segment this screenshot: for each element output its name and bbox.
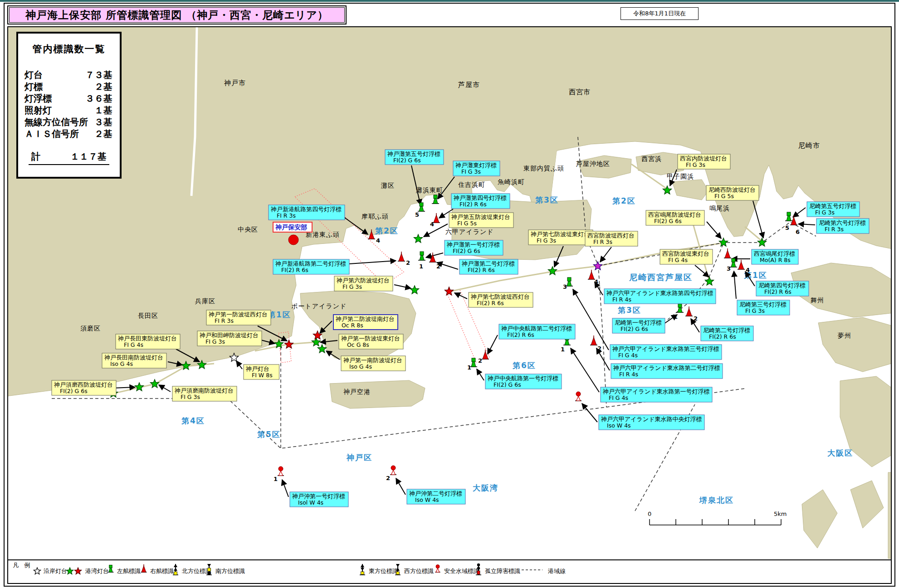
aid-name: 神戸第六防波堤灯台 — [336, 277, 390, 284]
buoy-number: 2 — [406, 259, 410, 266]
buoy-label-box: 尼崎第三号灯浮標FI G 3s — [737, 300, 790, 315]
lighthouse-label-box: 神戸第一南防波堤灯台Iso G 4s — [341, 356, 406, 371]
page-title: 神戸海上保安部 所管標識管理図 （神戸・西宮・尼崎エリア） — [9, 7, 345, 23]
starboard-lateral-buoy-icon — [724, 248, 731, 258]
safe-water-buoy-icon — [390, 466, 396, 475]
buoy-label-box: 神戸中央航路第二号灯浮標FI(2) R 6s — [499, 324, 575, 339]
lighthouse-label-box: 神戸第七防波堤東灯台FI G 3s — [528, 230, 593, 245]
aid-characteristic: FI R 3s — [593, 238, 612, 245]
aid-name: 尼崎第三号灯浮標 — [739, 301, 787, 308]
starboard-lateral-buoy-icon — [685, 306, 693, 316]
aid-name: 神戸中央航路第一号灯浮標 — [487, 375, 558, 382]
zone-label: 第6区 — [512, 361, 536, 370]
lighthouse-label-box: 西宮防波堤東灯台FI G 4s — [660, 249, 713, 264]
green-star-light-icon — [151, 379, 159, 388]
stats-box: 管内標識数一覧 灯台７３基灯標２基灯浮標３６基照射灯１基無線方位信号所３基ＡＩＳ… — [16, 32, 122, 179]
zone-label: 大阪湾 — [473, 483, 498, 492]
aid-characteristic: FI G 3s — [537, 237, 556, 244]
stats-row-value: ３６基 — [85, 92, 112, 104]
leader-arrow — [159, 385, 171, 392]
lighthouse-label-box: 神戸第一防波堤西灯台FI R 3s — [206, 310, 271, 325]
aid-name: 尼崎第二号灯浮標 — [703, 327, 750, 334]
aid-name: 神戸第一防波堤西灯台 — [208, 311, 268, 318]
buoy-number: 4 — [594, 278, 598, 285]
buoy-number: 1 — [674, 313, 678, 320]
stats-row: 照射灯１基 — [24, 104, 112, 116]
place-label: 尼崎市 — [798, 141, 820, 150]
place-label: ポートアイランド — [291, 302, 347, 310]
aid-characteristic: FI R 4s — [619, 371, 638, 378]
land-polygon — [850, 481, 884, 528]
buoy-label-box: 神戸六甲アイランド東水路第二号灯浮標FI R 4s — [611, 364, 723, 379]
port-lateral-buoy-icon — [432, 195, 439, 204]
aid-name: 神戸灘東灯浮標 — [455, 162, 497, 169]
date-note: 令和8年1月1日現在 — [621, 7, 699, 20]
aid-name: 西宮鳴尾灯浮標 — [754, 250, 795, 257]
aid-name: 神戸六甲アイランド東水路第四号灯浮標 — [606, 290, 713, 296]
aid-name: 西宮防波堤東灯台 — [662, 250, 709, 257]
buoy-label-box: 神戸六甲アイランド東水路第一号灯浮標FI G 4s — [601, 387, 712, 402]
leader-arrow — [793, 208, 806, 217]
legend-strip: 凡 例 沿岸灯台港湾灯台左舷標識右舷標識北方位標識南方位標識東方位標識西方位標識… — [7, 560, 892, 584]
aid-name: 神戸第二防波堤南灯台 — [335, 316, 395, 322]
lighthouse-label-box: 西宮防波堤西灯台FI R 3s — [585, 231, 638, 246]
zone-label: 第5区 — [257, 430, 281, 439]
leader-arrow — [600, 247, 611, 262]
buoy-number: 4 — [376, 237, 380, 244]
window-top-edge — [0, 0, 899, 2]
place-label: 芦屋沖地区 — [576, 160, 610, 167]
place-label: 芦屋市 — [458, 81, 480, 89]
buoy-label-box: 神戸沖第一号灯浮標Isol W 4s — [290, 492, 348, 507]
leader-arrow — [426, 253, 443, 258]
land-polygon — [818, 317, 891, 372]
buoy-number: 5 — [785, 224, 789, 231]
stats-row: 灯浮標３６基 — [24, 92, 112, 104]
aid-name: 神戸須磨西防波堤灯台 — [54, 381, 113, 388]
zone-label: 第2区 — [612, 196, 636, 205]
aid-characteristic: FI(2) G 6s — [393, 157, 421, 164]
aid-characteristic: FI(2) G 6s — [621, 326, 648, 332]
green-star-light-icon — [135, 383, 144, 391]
stats-row-label: 灯浮標 — [24, 92, 52, 104]
aid-name: 神戸六甲アイランド東水路第一号灯浮標 — [602, 388, 710, 395]
green-star-light-icon — [705, 277, 714, 285]
lighthouse-label-box: 神戸第七防波堤西灯台FI(2) R 6s — [469, 292, 533, 307]
leader-arrow — [734, 271, 736, 299]
aid-characteristic: FI G 3s — [815, 209, 835, 216]
zone-label: 第2区 — [375, 226, 399, 235]
stats-row-value: ２基 — [94, 128, 112, 140]
place-label: 灘浜東町 — [415, 186, 443, 194]
aid-name: 尼崎西防波堤灯台 — [708, 186, 756, 193]
aid-name: 神戸中央航路第二号灯浮標 — [501, 325, 572, 332]
port-lateral-buoy-icon — [418, 203, 425, 211]
stats-row-label: 灯標 — [24, 81, 43, 92]
zone-label: 尼崎西宮芦屋区 — [629, 272, 693, 282]
safe-water-buoy-icon — [575, 392, 581, 401]
aid-name: 神戸新港航路第二号灯浮標 — [275, 260, 346, 267]
aid-characteristic: FI(2) R 6s — [468, 267, 495, 273]
aid-characteristic: FI(2) G 6s — [60, 388, 88, 394]
stats-row-label: 無線方位信号所 — [24, 116, 88, 128]
aid-name: 神戸灯台 — [245, 365, 269, 372]
safe-water-buoy-icon — [278, 467, 284, 476]
zone-label: 神戸区 — [346, 453, 372, 462]
stats-row-value: １基 — [94, 104, 112, 116]
stats-total-value: １１７基 — [70, 151, 107, 163]
nautical-map: 第2区第3区第2区第1区第4区第5区第6区第3区第1区尼崎西宮芦屋区神戸区大阪湾… — [8, 27, 891, 559]
lighthouse-label-box: 神戸第六防波堤灯台FI G 3s — [334, 276, 393, 291]
aid-name: 神戸第一南防波堤灯台 — [343, 357, 402, 364]
red-star-light-icon — [445, 287, 454, 295]
starboard-lateral-buoy-icon — [738, 260, 745, 269]
place-label: 中央区 — [238, 226, 258, 233]
office-label: 神戸保安部 — [275, 224, 307, 231]
leader-arrow — [282, 480, 288, 497]
land-polygon — [672, 180, 708, 200]
zone-label: 第3区 — [535, 195, 559, 204]
aid-name: 神戸六甲アイランド東水路中央灯浮標 — [601, 416, 702, 423]
aid-characteristic: FI G 4s — [668, 257, 688, 263]
aid-characteristic: FI(2) R 6s — [459, 201, 487, 208]
aid-characteristic: FI(2) R 6s — [477, 300, 504, 306]
aid-name: 神戸灘第五号灯浮標 — [387, 151, 440, 157]
lighthouse-label-box: 神戸長田南防波堤灯台Iso G 4s — [102, 353, 166, 368]
zone-label: 堺泉北区 — [699, 496, 734, 505]
